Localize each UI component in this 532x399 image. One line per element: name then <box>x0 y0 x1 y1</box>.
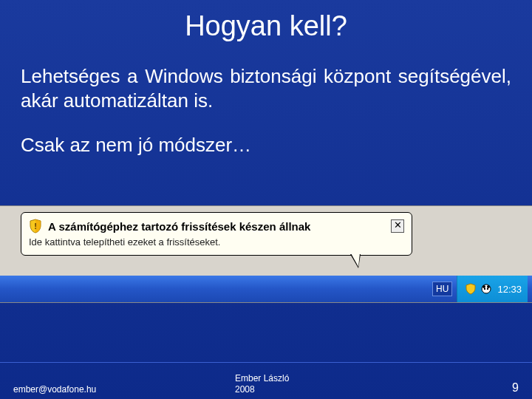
shield-icon: ! <box>29 219 42 233</box>
system-tray: 12:33 <box>457 276 528 302</box>
taskbar: HU 12:33 <box>0 276 532 302</box>
paragraph-1: Lehetséges a Windows biztonsági központ … <box>0 64 532 112</box>
footer-page-number: 9 <box>474 381 519 395</box>
svg-point-2 <box>482 285 485 288</box>
svg-text:!: ! <box>34 222 37 231</box>
update-balloon[interactable]: ! A számítógéphez tartozó frissítések ké… <box>21 212 412 256</box>
balloon-close-button[interactable]: ✕ <box>391 219 404 233</box>
footer-email: ember@vodafone.hu <box>13 384 191 395</box>
svg-point-3 <box>487 285 490 288</box>
screenshot-area: ! A számítógéphez tartozó frissítések ké… <box>0 205 532 303</box>
update-tray-icon[interactable] <box>465 283 477 295</box>
slide-title: Hogyan kell? <box>0 0 532 42</box>
footer-author-block: Ember László 2008 <box>191 373 474 395</box>
balloon-title: A számítógéphez tartozó frissítések kész… <box>48 220 385 233</box>
panda-tray-icon[interactable] <box>480 283 492 295</box>
svg-point-4 <box>484 288 485 290</box>
svg-point-5 <box>487 288 488 290</box>
footer-author: Ember László <box>235 373 474 383</box>
paragraph-2: Csak az nem jó módszer… <box>0 133 532 157</box>
slide-footer: ember@vodafone.hu Ember László 2008 9 <box>0 362 532 399</box>
taskbar-clock[interactable]: 12:33 <box>497 284 522 295</box>
balloon-tail-fill <box>351 253 360 267</box>
footer-year: 2008 <box>235 384 474 395</box>
balloon-header: ! A számítógéphez tartozó frissítések ké… <box>29 219 404 233</box>
language-indicator[interactable]: HU <box>432 282 452 296</box>
balloon-message: Ide kattintva telepítheti ezeket a friss… <box>29 236 404 248</box>
